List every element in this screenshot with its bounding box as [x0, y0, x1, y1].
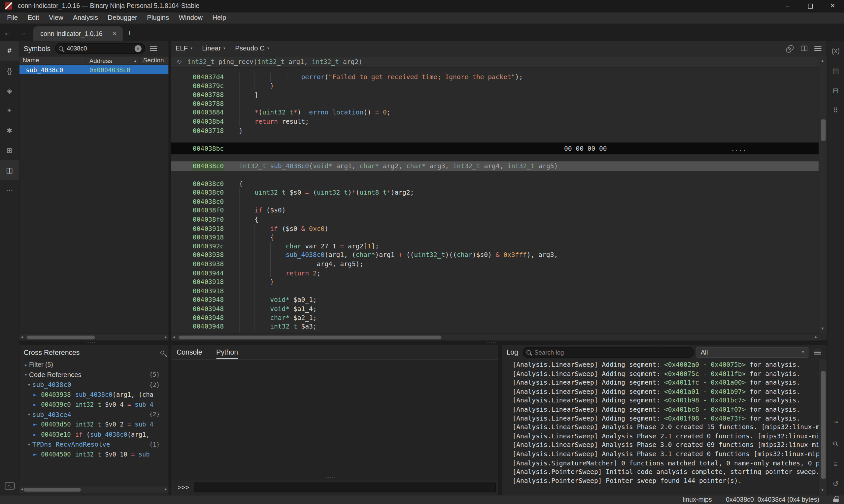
- byte-grid-icon[interactable]: ⠿: [827, 101, 844, 120]
- scroll-down-icon[interactable]: ▾: [822, 487, 824, 493]
- scroll-right-icon[interactable]: ▸: [815, 334, 817, 341]
- log-search-box[interactable]: [523, 347, 694, 358]
- log-menu-icon[interactable]: [814, 349, 821, 355]
- symbols-search-box[interactable]: ✕: [55, 43, 145, 54]
- scroll-left-icon[interactable]: ◂: [21, 334, 23, 341]
- clear-search-icon[interactable]: ✕: [134, 45, 141, 52]
- splitter-handle[interactable]: ·····: [487, 341, 497, 344]
- possible-value-set-icon[interactable]: (x): [827, 41, 844, 61]
- pin-icon[interactable]: [160, 349, 165, 355]
- pseudo-c-code-view[interactable]: 004037d4perror("Failed to get received t…: [171, 68, 819, 333]
- platform-label[interactable]: linux-mips: [683, 496, 712, 504]
- xref-group-row[interactable]: ▾sub_4038c0{2}: [19, 380, 169, 390]
- xref-item-row[interactable]: ⇤004039c0int32_t $v0_4 = sub_4: [19, 400, 169, 410]
- log-line[interactable]: [Analysis.PointerSweep] Initial code ana…: [512, 467, 819, 476]
- splitter-handle[interactable]: ·····: [86, 341, 96, 344]
- code-line[interactable]: 00403938arg4, arg5);: [171, 260, 819, 269]
- symbols-hscrollbar[interactable]: ◂ ▸: [19, 334, 169, 340]
- menu-item-plugins[interactable]: Plugins: [142, 13, 174, 24]
- scroll-right-icon[interactable]: ▸: [165, 486, 167, 493]
- refresh-icon[interactable]: ↻: [177, 58, 182, 66]
- code-line[interactable]: 004038f0{: [171, 215, 819, 224]
- log-line[interactable]: [Analysis.LinearSweep] Adding segment: <…: [512, 378, 819, 387]
- tab-close-icon[interactable]: ✕: [110, 30, 118, 38]
- selected-function-signature-line[interactable]: 004038c0int32_t sub_4038c0(void* arg1, c…: [171, 161, 819, 171]
- code-line[interactable]: 0040392cchar var_27_1 = arg2[1];: [171, 242, 819, 251]
- code-line[interactable]: 00403948: [171, 331, 819, 333]
- code-vscrollbar[interactable]: ▴ ▾: [819, 56, 827, 334]
- menu-item-help[interactable]: Help: [208, 13, 231, 24]
- splitter-handle[interactable]: ·····: [652, 343, 662, 346]
- code-line[interactable]: 004038c0{: [171, 179, 819, 188]
- xref-item-row[interactable]: ⇤00403938sub_4038c0(arg1, (cha: [19, 390, 169, 399]
- language-dropdown[interactable]: Pseudo C ▾: [235, 44, 269, 52]
- nav-back-button[interactable]: ←: [0, 28, 15, 37]
- symbol-row[interactable]: sub_4038c00x0004038c0: [19, 65, 169, 74]
- chevron-down-icon[interactable]: ▾: [26, 412, 32, 417]
- code-line[interactable]: 004038f0if ($s0): [171, 206, 819, 215]
- log-line[interactable]: [Analysis.LinearSweep] Analysis Phase 3.…: [512, 441, 819, 450]
- console-output-area[interactable]: [171, 359, 498, 480]
- log-filter-dropdown[interactable]: All ▾: [697, 347, 808, 358]
- log-line[interactable]: [Analysis.PointerSweep] Pointer sweep fo…: [512, 476, 819, 485]
- xref-section-row[interactable]: ▾ Code References {5}: [19, 370, 169, 380]
- code-hscrollbar[interactable]: ◂ ▸: [171, 334, 819, 340]
- log-vscrollbar[interactable]: ▾: [819, 359, 827, 495]
- scroll-thumb[interactable]: [821, 120, 826, 141]
- code-line[interactable]: 00403884*(uint32_t*)__errno_location() =…: [171, 108, 819, 117]
- scroll-thumb[interactable]: [821, 371, 826, 479]
- code-line[interactable]: 0040379c}: [171, 82, 819, 90]
- symbols-menu-icon[interactable]: [150, 46, 157, 51]
- log-search-input[interactable]: [533, 348, 690, 356]
- debugger-panel-icon[interactable]: ✱: [0, 120, 19, 140]
- xref-item-row[interactable]: ⇤00403e10if (sub_4038c0(arg1,: [19, 430, 169, 439]
- minimize-button[interactable]: –: [776, 0, 799, 12]
- log-line[interactable]: [Analysis.LinearSweep] Adding segment: <…: [512, 387, 819, 396]
- xref-group-row[interactable]: ▾sub_403ce4{2}: [19, 410, 169, 419]
- memory-map-panel-icon[interactable]: ⌖: [0, 101, 19, 120]
- code-line[interactable]: 00403948void* $a1_4;: [171, 304, 819, 313]
- code-line[interactable]: 00403918if ($s0 & 0xc0): [171, 224, 819, 233]
- python-console-input[interactable]: [194, 483, 496, 492]
- code-line[interactable]: 004038b4return result;: [171, 117, 819, 126]
- nav-forward-button[interactable]: →: [15, 28, 30, 37]
- scroll-thumb[interactable]: [27, 336, 95, 339]
- code-line[interactable]: 00403788}: [171, 90, 819, 99]
- code-line[interactable]: 00403918{: [171, 233, 819, 242]
- view-mode-dropdown[interactable]: Linear ▾: [202, 44, 226, 52]
- more-panels-icon[interactable]: ⋯: [0, 180, 19, 200]
- xref-item-row[interactable]: ⇤00403d50int32_t $v0_2 = sub_4: [19, 419, 169, 430]
- column-name[interactable]: Name: [19, 56, 86, 64]
- chevron-down-icon[interactable]: ▾: [26, 442, 32, 447]
- tab-conn-indicator[interactable]: conn-indicator_1.0.16 ✕: [33, 26, 123, 41]
- data-bytes-line[interactable]: 004038bc 00 00 00 00 ....: [171, 143, 819, 155]
- scroll-thumb[interactable]: [179, 336, 441, 339]
- xref-hscrollbar[interactable]: ◂ ▸: [19, 486, 169, 493]
- log-line[interactable]: [Analysis.LinearSweep] Analysis Phase 2.…: [512, 432, 819, 441]
- splitter-handle[interactable]: ·····: [326, 476, 336, 479]
- history-icon[interactable]: ↺: [827, 474, 844, 494]
- code-line[interactable]: 00403788: [171, 99, 819, 108]
- code-line[interactable]: 00403918: [171, 287, 819, 295]
- log-line[interactable]: [Analysis.LinearSweep] Adding segment: <…: [512, 414, 819, 423]
- code-line[interactable]: 004037d4perror("Failed to get received t…: [171, 73, 819, 82]
- terminal-icon[interactable]: >_: [5, 483, 15, 489]
- menu-item-view[interactable]: View: [44, 13, 68, 24]
- code-line[interactable]: 00403944return 2;: [171, 269, 819, 278]
- view-menu-icon[interactable]: [814, 46, 821, 51]
- types-panel-icon[interactable]: {}: [0, 61, 19, 80]
- log-line[interactable]: [Analysis.LinearSweep] Adding segment: <…: [512, 405, 819, 414]
- scroll-down-icon[interactable]: ▾: [822, 326, 824, 332]
- xref-item-row[interactable]: ⇤00404500int32_t $v0_10 = sub_: [19, 449, 169, 459]
- export-panel-icon[interactable]: ⊟: [827, 81, 844, 101]
- tab-python[interactable]: Python: [216, 348, 238, 359]
- split-view-icon[interactable]: [801, 46, 808, 51]
- log-line[interactable]: [Analysis.LinearSweep] Adding segment: <…: [512, 396, 819, 405]
- new-tab-button[interactable]: +: [123, 28, 137, 37]
- code-line[interactable]: 004038c0uint32_t $s0 = (uint32_t)*(uint8…: [171, 188, 819, 197]
- scroll-right-icon[interactable]: ▸: [165, 334, 167, 341]
- log-line[interactable]: [Analysis.LinearSweep] Adding segment: <…: [512, 370, 819, 378]
- log-line[interactable]: [Analysis.SignatureMatcher] 0 functions …: [512, 458, 819, 467]
- menu-item-edit[interactable]: Edit: [23, 13, 44, 24]
- column-section[interactable]: Section: [140, 56, 168, 64]
